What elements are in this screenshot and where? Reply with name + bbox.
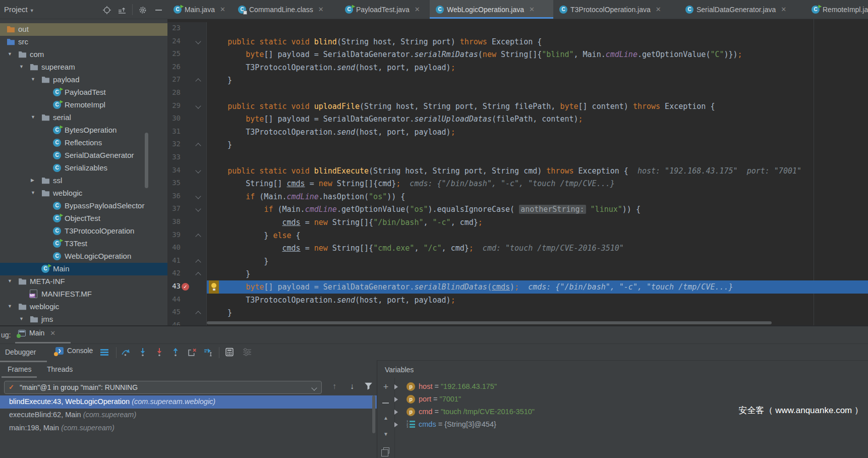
copy-stack-icon[interactable] <box>383 447 389 453</box>
gutter[interactable]: 25 <box>167 48 207 61</box>
tab-PayloadTest.java[interactable]: CPayloadTest.java✕ <box>339 0 430 19</box>
fold-open-icon[interactable] <box>195 103 201 108</box>
code-line-40[interactable]: 40 cmds = new String[]{"cmd.exe", "/c", … <box>167 242 868 255</box>
gutter[interactable]: 31 <box>167 126 207 139</box>
code-line-25[interactable]: 25 byte[] payload = SerialDataGenerator.… <box>167 48 868 61</box>
fold-close-icon[interactable] <box>195 143 201 149</box>
tree-item-supeream[interactable]: ▼supeream <box>0 61 167 74</box>
expand-arrow-icon[interactable] <box>394 397 398 402</box>
fold-open-icon[interactable] <box>195 167 201 173</box>
gutter[interactable]: 34 <box>167 164 207 178</box>
fold-open-icon[interactable] <box>195 193 201 199</box>
hamburger-icon[interactable] <box>100 348 109 357</box>
tree-item-Reflections[interactable]: CReflections <box>0 137 167 149</box>
tab-RemoteImpl.java[interactable]: CRemoteImpl.java✕ <box>805 0 868 19</box>
debug-session-tab[interactable]: Main ✕ <box>18 329 55 337</box>
gutter[interactable]: 32 <box>167 138 207 151</box>
gutter[interactable]: 30 <box>167 112 207 126</box>
code-text[interactable]: } <box>207 138 868 151</box>
new-watch-icon[interactable]: + <box>381 382 390 391</box>
close-icon[interactable]: ✕ <box>318 6 324 13</box>
code-text[interactable]: } <box>207 74 868 87</box>
tree-item-BypassPayloadSelector[interactable]: CBypassPayloadSelector <box>0 200 167 212</box>
tab-CommandLine.class[interactable]: CCommandLine.class✕ <box>232 0 339 19</box>
gutter[interactable]: 37 <box>167 203 207 216</box>
tree-item-T3Test[interactable]: CT3Test <box>0 238 167 250</box>
code-text[interactable]: cmds = new String[]{"cmd.exe", "/c", cmd… <box>207 242 868 255</box>
gutter[interactable]: 35 <box>167 177 207 190</box>
code-line-31[interactable]: 31 T3ProtocolOperation.send(host, port, … <box>167 126 868 139</box>
drop-frame-icon[interactable] <box>188 348 197 357</box>
gutter[interactable]: 42 <box>167 267 207 280</box>
locate-icon[interactable] <box>102 6 111 15</box>
close-icon[interactable]: ✕ <box>415 6 420 13</box>
gutter[interactable]: 46 <box>167 319 207 325</box>
expand-arrow-icon[interactable]: ▶ <box>31 178 34 183</box>
code-text[interactable]: public static void blind(String host, St… <box>207 35 868 48</box>
frame-row[interactable]: main:198, Main (com.supeream) <box>0 422 377 435</box>
tree-item-ObjectTest[interactable]: CObjectTest <box>0 212 167 225</box>
tab-SerialDataGenerator.java[interactable]: CSerialDataGenerator.java✕ <box>679 0 805 19</box>
mute-breakpoints-icon[interactable] <box>243 348 252 357</box>
tree-item-payload[interactable]: ▼payload <box>0 74 167 86</box>
code-line-33[interactable]: 33 <box>167 151 868 164</box>
tab-console[interactable]: ❯ Console <box>55 347 93 355</box>
code-editor[interactable]: 2324 public static void blind(String hos… <box>167 19 868 325</box>
remove-watch-icon[interactable] <box>382 403 389 404</box>
code-text[interactable]: T3ProtocolOperation.send(host, port, pay… <box>207 61 868 74</box>
code-line-23[interactable]: 23 <box>167 22 868 35</box>
gutter[interactable]: 44 <box>167 294 207 307</box>
code-text[interactable]: T3ProtocolOperation.send(host, port, pay… <box>207 294 868 307</box>
close-icon[interactable]: ✕ <box>220 6 225 13</box>
code-line-24[interactable]: 24 public static void blind(String host,… <box>167 35 868 48</box>
code-text[interactable]: } <box>207 306 868 319</box>
gutter[interactable]: 33 <box>167 151 207 164</box>
code-text[interactable]: public static void uploadFile(String hos… <box>207 100 868 113</box>
close-icon[interactable]: ✕ <box>656 6 661 13</box>
code-line-42[interactable]: 42 } <box>167 267 868 280</box>
variable-row-cmds[interactable]: 123cmds = {String[3]@454} <box>394 419 868 431</box>
gutter[interactable]: 43✓ <box>167 280 207 294</box>
settings-gear-icon[interactable] <box>138 6 147 15</box>
gutter[interactable]: 38 <box>167 216 207 229</box>
tree-item-weblogic[interactable]: ▼weblogic <box>0 301 167 313</box>
code-line-37[interactable]: 37 if (Main.cmdLine.getOptionValue("os")… <box>167 203 868 216</box>
code-text[interactable]: } else { <box>207 229 868 242</box>
tree-item-SerialDataGenerator[interactable]: CSerialDataGenerator <box>0 149 167 162</box>
code-line-28[interactable]: 28 <box>167 87 868 100</box>
code-line-35[interactable]: 35 String[] cmds = new String[]{cmd}; cm… <box>167 177 868 190</box>
tree-item-MANIFEST.MF[interactable]: MFMANIFEST.MF <box>0 288 167 301</box>
code-text[interactable]: if (Main.cmdLine.hasOption("os")) { <box>207 190 868 203</box>
tree-item-T3ProtocolOperation[interactable]: CT3ProtocolOperation <box>0 225 167 238</box>
tab-T3ProtocolOperation.java[interactable]: CT3ProtocolOperation.java✕ <box>553 0 679 19</box>
code-text[interactable]: } <box>207 255 868 268</box>
code-line-39[interactable]: 39 } else { <box>167 229 868 242</box>
tab-Main.java[interactable]: CMain.java✕ <box>167 0 232 19</box>
tree-item-src[interactable]: src <box>0 36 167 48</box>
tree-item-Main[interactable]: CMain <box>0 263 167 275</box>
down-stack-icon[interactable]: ↓ <box>347 382 357 392</box>
step-out-icon[interactable] <box>171 348 180 357</box>
up-stack-icon[interactable]: ↑ <box>329 382 339 392</box>
tree-item-ssl[interactable]: ▶ssl <box>0 175 167 187</box>
code-text[interactable]: String[] cmds = new String[]{cmd}; cmds:… <box>207 177 868 190</box>
gutter[interactable]: 29 <box>167 100 207 113</box>
hide-panel-icon[interactable] <box>155 10 162 11</box>
scroll-down-icon[interactable]: ▼ <box>381 431 390 440</box>
code-text[interactable] <box>207 151 868 164</box>
collapse-all-icon[interactable] <box>118 6 127 15</box>
code-line-41[interactable]: 41 } <box>167 255 868 268</box>
code-line-29[interactable]: 29 public static void uploadFile(String … <box>167 100 868 113</box>
code-line-26[interactable]: 26 T3ProtocolOperation.send(host, port, … <box>167 61 868 74</box>
collapse-arrow-icon[interactable]: ▼ <box>8 51 12 56</box>
frame-row[interactable]: blindExecute:43, WebLogicOperation (com.… <box>0 395 377 409</box>
code-line-30[interactable]: 30 byte[] payload = SerialDataGenerator.… <box>167 112 868 126</box>
gutter[interactable]: 23 <box>167 22 207 35</box>
fold-close-icon[interactable] <box>195 259 201 265</box>
gutter[interactable]: 41 <box>167 255 207 268</box>
evaluate-expression-icon[interactable] <box>225 348 234 357</box>
collapse-arrow-icon[interactable]: ▼ <box>31 190 35 195</box>
gutter[interactable]: 45 <box>167 306 207 319</box>
gutter[interactable]: 36 <box>167 190 207 203</box>
code-text[interactable]: T3ProtocolOperation.send(host, port, pay… <box>207 126 868 139</box>
